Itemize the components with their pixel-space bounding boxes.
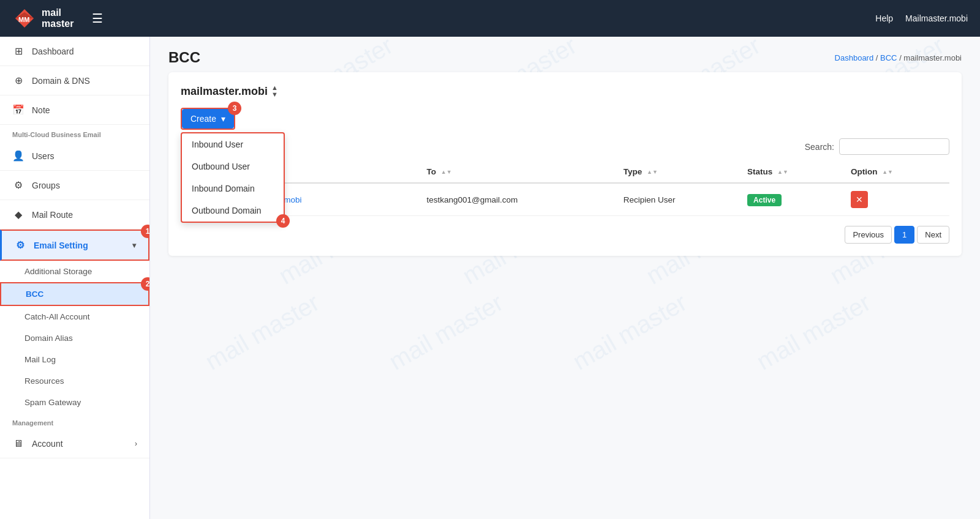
delete-button[interactable]: ✕ (851, 191, 868, 208)
sidebar-item-account[interactable]: 🖥 Account › (0, 430, 149, 458)
sidebar-label-note: Note (32, 105, 50, 115)
layout: ⊞ Dashboard ⊕ Domain & DNS 📅 Note Multi-… (0, 37, 980, 519)
sort-arrows-option[interactable]: ▲▼ (882, 169, 893, 175)
sidebar-item-email-setting[interactable]: ⚙ Email Setting ▾ (0, 230, 149, 261)
sort-arrows-status[interactable]: ▲▼ (777, 169, 788, 175)
search-input[interactable] (839, 138, 949, 155)
sidebar-sub-item-additional-storage[interactable]: Additional Storage (0, 261, 149, 282)
sidebar-label-mail-route: Mail Route (32, 210, 73, 220)
sidebar-item-mail-route[interactable]: ◆ Mail Route (0, 200, 149, 230)
sidebar-item-dashboard[interactable]: ⊞ Dashboard (0, 37, 149, 66)
dropdown-outbound-user[interactable]: Outbound User (182, 155, 284, 177)
sidebar-label-groups: Groups (32, 181, 60, 190)
domain-icon: ⊕ (12, 75, 24, 86)
svg-text:MM: MM (18, 16, 29, 23)
col-header-option: Option ▲▼ (843, 161, 949, 183)
sidebar-sub-item-domain-alias[interactable]: Domain Alias (0, 327, 149, 349)
breadcrumb-dashboard[interactable]: Dashboard (835, 53, 874, 62)
sidebar-label-dashboard: Dashboard (32, 47, 74, 56)
sidebar-sub-item-mail-log[interactable]: Mail Log (0, 349, 149, 370)
step-badge-1: 1 (141, 225, 150, 238)
breadcrumb-bcc[interactable]: BCC (880, 53, 897, 62)
dashboard-icon: ⊞ (12, 45, 24, 57)
section-label-management: Management (0, 413, 149, 430)
dropdown-outbound-domain[interactable]: Outbound Domain (182, 200, 284, 222)
domain-selector: mailmaster.mobi ▲ ▼ (181, 84, 278, 98)
sort-arrows-type[interactable]: ▲▼ (647, 169, 658, 175)
create-button[interactable]: Create ▾ (182, 109, 234, 129)
table-controls: Search: (181, 138, 949, 155)
next-button[interactable]: Next (917, 226, 949, 244)
sidebar-label-email-setting: Email Setting (34, 241, 88, 250)
cell-type: Recipien User (616, 183, 740, 216)
chevron-down-icon: ▼ (271, 91, 278, 98)
dropdown-inbound-user[interactable]: Inbound User (182, 133, 284, 155)
cell-option: ✕ (843, 183, 949, 216)
sidebar-sub-item-bcc[interactable]: BCC (0, 282, 149, 306)
sidebar-label-domain: Domain & DNS (32, 76, 90, 86)
account-arrow-icon: › (135, 439, 137, 448)
section-label-email: Multi-Cloud Business Email (0, 125, 149, 141)
cell-status: Active (740, 183, 843, 216)
page-1-button[interactable]: 1 (894, 226, 914, 244)
col-header-to: To ▲▼ (420, 161, 616, 183)
step-badge-3: 3 (228, 102, 241, 115)
content-card: mailmaster.mobi ▲ ▼ Create ▾ (168, 72, 962, 256)
logo: MM mail master (12, 6, 74, 31)
breadcrumb-domain: mailmaster.mobi (903, 53, 962, 62)
previous-button[interactable]: Previous (845, 226, 892, 244)
status-badge: Active (747, 194, 782, 206)
card-top: mailmaster.mobi ▲ ▼ (181, 84, 949, 98)
mail-route-icon: ◆ (12, 209, 24, 220)
logo-icon: MM (12, 6, 37, 31)
search-area: Search: (805, 138, 949, 155)
page-header: BCC Dashboard / BCC / mailmaster.mobi (168, 49, 962, 66)
domain-arrows[interactable]: ▲ ▼ (271, 84, 278, 98)
col-header-status: Status ▲▼ (740, 161, 843, 183)
sidebar-label-users: Users (32, 151, 55, 161)
sidebar-sub-item-catch-all[interactable]: Catch-All Account (0, 306, 149, 327)
create-dropdown: Inbound User Outbound User Inbound Domai… (181, 132, 285, 223)
sidebar-label-account: Account (32, 439, 63, 449)
users-icon: 👤 (12, 150, 24, 162)
create-label: Create (190, 114, 216, 124)
header-right: Help Mailmaster.mobi (875, 13, 968, 23)
sidebar-item-domain-dns[interactable]: ⊕ Domain & DNS (0, 66, 149, 95)
search-label: Search: (805, 142, 834, 152)
step-badge-2: 2 (141, 277, 150, 291)
sidebar-item-note[interactable]: 📅 Note (0, 95, 149, 125)
sidebar: ⊞ Dashboard ⊕ Domain & DNS 📅 Note Multi-… (0, 37, 150, 519)
page-title: BCC (168, 49, 200, 66)
create-arrow-icon: ▾ (221, 114, 225, 124)
note-icon: 📅 (12, 104, 24, 116)
cell-to: testkang001@gmail.com (420, 183, 616, 216)
step-badge-4: 4 (276, 214, 290, 228)
breadcrumb: Dashboard / BCC / mailmaster.mobi (835, 53, 962, 62)
groups-icon: ⚙ (12, 179, 24, 191)
email-setting-icon: ⚙ (14, 239, 26, 251)
header: MM mail master ☰ Help Mailmaster.mobi (0, 0, 980, 37)
sidebar-item-users[interactable]: 👤 Users (0, 141, 149, 171)
main-content: mail master mail master mail master mail… (150, 37, 980, 519)
table-row: testkang_01@mailmaster.mobi testkang001@… (181, 183, 949, 216)
account-icon: 🖥 (12, 438, 24, 449)
sort-arrows-to[interactable]: ▲▼ (441, 169, 452, 175)
help-link[interactable]: Help (875, 13, 893, 23)
dropdown-inbound-domain[interactable]: Inbound Domain (182, 177, 284, 200)
bcc-table: From ▲▼ To ▲▼ Type ▲▼ Status (181, 161, 949, 216)
logo-text: mail master (42, 7, 74, 29)
domain-name: mailmaster.mobi (181, 85, 268, 98)
header-domain: Mailmaster.mobi (905, 13, 968, 23)
sidebar-sub-item-resources[interactable]: Resources (0, 370, 149, 392)
hamburger-icon[interactable]: ☰ (92, 11, 103, 26)
chevron-down-icon: ▾ (132, 241, 136, 250)
sidebar-item-groups[interactable]: ⚙ Groups (0, 171, 149, 200)
sidebar-sub-item-spam-gateway[interactable]: Spam Gateway (0, 392, 149, 413)
pagination: Previous 1 Next (181, 226, 949, 244)
col-header-type: Type ▲▼ (616, 161, 740, 183)
create-button-wrapper: Create ▾ (181, 108, 235, 130)
